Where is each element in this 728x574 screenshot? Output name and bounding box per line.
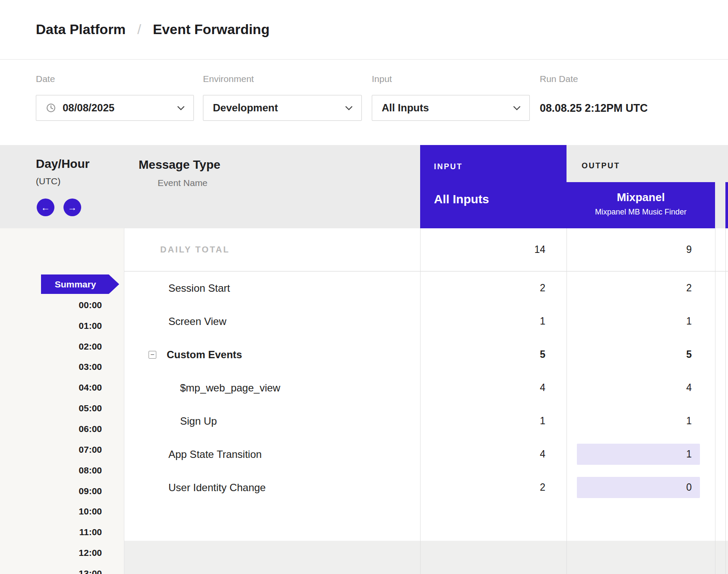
hour-label[interactable]: 02:00	[0, 336, 102, 357]
row-label-text: App State Transition	[168, 448, 262, 460]
daily-total-label: DAILY TOTAL	[160, 228, 230, 271]
output-count: 5	[686, 349, 692, 360]
hour-label[interactable]: 00:00	[0, 295, 102, 315]
events-table-header: Day/Hour (UTC) ← → Message Type Event Na…	[0, 145, 728, 228]
hour-label[interactable]: 08:00	[0, 460, 102, 481]
chevron-down-icon	[345, 106, 353, 110]
hour-label[interactable]: 12:00	[0, 542, 102, 563]
output-count-cell: 1	[567, 404, 715, 438]
row-label-text: Sign Up	[180, 415, 217, 427]
output-count-cell: 5	[567, 338, 715, 371]
output-column-header-mixpanel[interactable]: Mixpanel Mixpanel MB Music Finder	[567, 182, 715, 228]
run-date-label: Run Date	[540, 74, 578, 84]
message-type-rows: Session Start 2 2 Screen View 1 1	[124, 271, 728, 504]
date-filter-group: Date 08/08/2025	[36, 60, 194, 145]
message-type-header: Message Type	[139, 158, 220, 172]
events-table-body: Summary 00:00 01:00 02:00 03:00 04:00 05…	[0, 228, 728, 574]
column-divider	[567, 228, 567, 574]
input-count-cell: 4	[420, 371, 567, 404]
page-title: Event Forwarding	[153, 22, 269, 38]
input-count: 4	[540, 382, 545, 394]
chevron-down-icon	[177, 106, 185, 110]
hour-list: 00:00 01:00 02:00 03:00 04:00 05:00 06:0…	[0, 295, 102, 574]
input-count: 4	[540, 448, 545, 460]
event-forwarding-page: Data Platform / Event Forwarding Date 08…	[0, 0, 728, 574]
run-date-value: 08.08.25 2:12PM UTC	[540, 95, 648, 121]
day-hour-title: Day/Hour	[36, 157, 89, 171]
hour-label[interactable]: 04:00	[0, 377, 102, 398]
date-filter-label: Date	[36, 74, 55, 84]
row-label: Sign Up	[180, 404, 217, 438]
table-footer-area	[124, 541, 728, 574]
hour-label[interactable]: 10:00	[0, 501, 102, 522]
row-label: User Identity Change	[168, 471, 266, 504]
previous-day-button[interactable]: ←	[37, 199, 54, 216]
summary-selector[interactable]: Summary	[41, 274, 119, 294]
output-count-cell: 0	[567, 471, 715, 504]
day-pager: ← →	[37, 199, 81, 216]
column-divider	[715, 228, 715, 574]
input-count: 1	[540, 415, 545, 427]
hour-label[interactable]: 06:00	[0, 419, 102, 439]
row-label: Screen View	[168, 305, 226, 338]
breadcrumb-separator: /	[137, 22, 141, 38]
date-dropdown[interactable]: 08/08/2025	[36, 95, 194, 121]
hour-label[interactable]: 05:00	[0, 398, 102, 419]
hours-column: Summary 00:00 01:00 02:00 03:00 04:00 05…	[0, 228, 124, 574]
output-column-header-next-partial[interactable]	[725, 182, 728, 228]
output-count: 1	[686, 448, 692, 460]
input-dropdown[interactable]: All Inputs	[372, 95, 530, 121]
input-value: All Inputs	[382, 102, 429, 114]
row-label: $mp_web_page_view	[180, 371, 280, 404]
next-day-button[interactable]: →	[63, 199, 81, 216]
table-row-sign-up: Sign Up 1 1	[124, 404, 728, 438]
day-hour-subtitle: (UTC)	[36, 176, 60, 186]
output-count: 4	[686, 382, 692, 394]
input-count-cell: 1	[420, 404, 567, 438]
table-row-user-identity-change: User Identity Change 2 0	[124, 471, 728, 504]
output-count-cell: 4	[567, 371, 715, 404]
row-label: Session Start	[168, 271, 230, 305]
daily-total-row: DAILY TOTAL 14 9	[124, 228, 728, 271]
breadcrumb: Data Platform / Event Forwarding	[0, 0, 728, 60]
environment-dropdown[interactable]: Development	[203, 95, 362, 121]
hour-label[interactable]: 13:00	[0, 563, 102, 574]
event-name-subheader: Event Name	[158, 178, 208, 188]
row-label-text: Screen View	[168, 315, 226, 328]
input-count-cell: 2	[420, 271, 567, 305]
highlight-cell-background	[577, 477, 700, 498]
input-eyebrow: INPUT	[434, 162, 463, 171]
row-label-text: $mp_web_page_view	[180, 382, 280, 394]
row-label: App State Transition	[168, 438, 262, 471]
environment-filter-label: Environment	[203, 74, 254, 84]
collapse-icon[interactable]: −	[149, 351, 156, 359]
environment-value: Development	[213, 102, 278, 114]
output-count-cell: 1	[567, 438, 715, 471]
output-count: 2	[686, 282, 692, 294]
hour-label[interactable]: 03:00	[0, 357, 102, 378]
hour-label[interactable]: 07:00	[0, 439, 102, 460]
row-label-text: Custom Events	[167, 349, 242, 361]
arrow-right-icon: →	[68, 203, 77, 212]
date-value: 08/08/2025	[63, 102, 114, 114]
input-count-cell: 2	[420, 471, 567, 504]
daily-total-input-count: 14	[534, 244, 545, 255]
output-count-cell: 1	[567, 305, 715, 338]
hour-label[interactable]: 11:00	[0, 522, 102, 542]
output-column-name: Mixpanel	[567, 191, 715, 204]
input-count: 5	[540, 349, 545, 360]
row-label-text: Session Start	[168, 282, 230, 294]
table-row-screen-view: Screen View 1 1	[124, 305, 728, 338]
input-column-header[interactable]: INPUT All Inputs	[420, 145, 567, 228]
input-filter-label: Input	[372, 74, 392, 84]
breadcrumb-section[interactable]: Data Platform	[36, 22, 126, 38]
input-count: 2	[540, 482, 545, 493]
input-count-cell: 4	[420, 438, 567, 471]
input-count: 1	[540, 315, 545, 327]
hour-label[interactable]: 01:00	[0, 315, 102, 336]
daily-total-output-cell: 9	[567, 228, 715, 271]
output-count: 1	[686, 415, 692, 427]
hour-label[interactable]: 09:00	[0, 481, 102, 501]
input-column-name: All Inputs	[434, 192, 489, 206]
table-row-mp-web-page-view: $mp_web_page_view 4 4	[124, 371, 728, 404]
